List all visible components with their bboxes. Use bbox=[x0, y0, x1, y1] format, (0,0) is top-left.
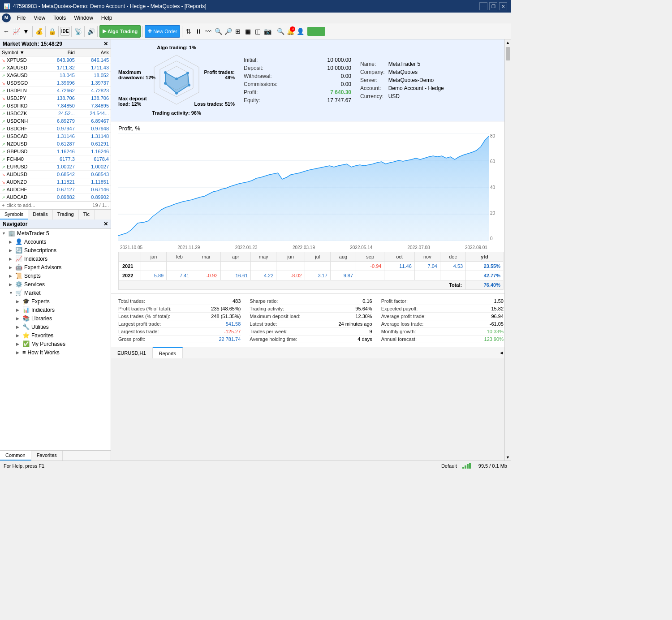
navigator-item[interactable]: ▶ 📚 Libraries bbox=[0, 314, 111, 323]
market-watch-footer[interactable]: + click to add... 19 / 1... bbox=[0, 201, 111, 209]
tab-tick[interactable]: Tic bbox=[79, 210, 95, 220]
screenshot-icon[interactable]: 📷 bbox=[263, 27, 272, 36]
nav-tab-favorites[interactable]: Favorites bbox=[31, 451, 63, 461]
ide-icon[interactable]: IDE bbox=[60, 27, 69, 36]
navigator-item[interactable]: ▶ 🎓 Experts bbox=[0, 297, 111, 306]
market-watch-row[interactable]: ↗ AUDCAD 0.89882 0.89902 bbox=[0, 194, 111, 201]
maximize-button[interactable]: ❐ bbox=[489, 2, 497, 10]
tab-trading[interactable]: Trading bbox=[53, 210, 79, 220]
market-watch-row[interactable]: ↗ XAUUSD 1711.32 1711.43 bbox=[0, 64, 111, 72]
radar-profit-trades-label: Profit trades:49% bbox=[204, 69, 235, 80]
menu-help[interactable]: Help bbox=[98, 14, 116, 22]
navigator-item[interactable]: ▶ 🔄 Subscriptions bbox=[0, 246, 111, 254]
arrow-down-icon[interactable]: ▼ bbox=[22, 27, 30, 36]
market-watch: Market Watch: 15:48:29 ✕ Symbol ▼ Bid As… bbox=[0, 39, 111, 209]
vertical-scrollbar[interactable]: ▲ ▼ bbox=[504, 39, 511, 461]
nav-tab-common[interactable]: Common bbox=[0, 451, 31, 461]
arrows-icon[interactable]: ⇅ bbox=[184, 27, 193, 36]
tab-symbols[interactable]: Symbols bbox=[0, 210, 28, 220]
window-controls[interactable]: — ❐ ✕ bbox=[479, 2, 507, 10]
chart3-icon[interactable]: ▦ bbox=[243, 27, 252, 36]
new-order-button[interactable]: ✚ New Order bbox=[145, 25, 180, 38]
market-watch-row[interactable]: ↗ USDPLN 4.72662 4.72823 bbox=[0, 87, 111, 95]
market-watch-row[interactable]: ↘ USDSGD 1.39696 1.39737 bbox=[0, 79, 111, 87]
navigator-item[interactable]: ▶ ⭐ Favorites bbox=[0, 331, 111, 340]
market-watch-row[interactable]: ↗ USDHKD 7.84850 7.84895 bbox=[0, 102, 111, 110]
market-watch-row[interactable]: ↘ AUDNZD 1.11821 1.11851 bbox=[0, 178, 111, 186]
pause-icon[interactable]: ⏸ bbox=[194, 27, 203, 36]
tab-details[interactable]: Details bbox=[28, 210, 53, 220]
account-icon[interactable]: 👤 bbox=[296, 27, 305, 36]
navigator-item[interactable]: ▶ 📊 Indicators bbox=[0, 306, 111, 314]
back-icon[interactable]: ← bbox=[2, 27, 11, 36]
market-watch-row[interactable]: ↗ USDCHF 0.97947 0.97948 bbox=[0, 125, 111, 133]
navigator-item[interactable]: ▶ 👤 Accounts bbox=[0, 237, 111, 246]
navigator-item[interactable]: ▶ ✅ My Purchases bbox=[0, 340, 111, 348]
expand-icon: ▼ bbox=[9, 291, 13, 295]
tab-eurusd[interactable]: EURUSD,H1 bbox=[111, 347, 153, 358]
zoom-in-icon[interactable]: 🔎 bbox=[224, 27, 233, 36]
notification-icon[interactable]: 🔔 3 bbox=[286, 27, 295, 36]
stats-bottom: Total trades: 483 Profit trades (% of to… bbox=[111, 294, 511, 347]
nav-item-icon: 🛒 bbox=[15, 289, 22, 296]
symbol-name: ↗ XAUUSD bbox=[0, 64, 44, 72]
navigator-item[interactable]: ▼ 🏢 MetaTrader 5 bbox=[0, 229, 111, 237]
signal2-icon[interactable]: 🔊 bbox=[86, 27, 95, 36]
market-watch-row[interactable]: ↘ AUDUSD 0.68542 0.68543 bbox=[0, 171, 111, 178]
money-icon[interactable]: 💰 bbox=[34, 27, 43, 36]
grid-icon[interactable]: ⊞ bbox=[233, 27, 242, 36]
market-watch-row[interactable]: ↗ USDCNH 6.89279 6.89467 bbox=[0, 117, 111, 125]
menu-tools[interactable]: Tools bbox=[50, 14, 69, 22]
market-watch-row[interactable]: ↗ FCHI40 6177.3 6178.4 bbox=[0, 155, 111, 163]
navigator-item[interactable]: ▶ 📜 Scripts bbox=[0, 271, 111, 280]
market-watch-row[interactable]: ↗ GBPUSD 1.16246 1.16246 bbox=[0, 148, 111, 155]
market-watch-row[interactable]: ↗ EURUSD 1.00027 1.00027 bbox=[0, 163, 111, 171]
report-area: Algo trading: 1% Maximumdrawdown: 12% Ma… bbox=[111, 39, 511, 347]
search-icon[interactable]: 🔍 bbox=[276, 27, 285, 36]
month-cell-jan bbox=[141, 262, 167, 271]
col-feb: feb bbox=[167, 252, 192, 262]
navigator-item[interactable]: ▶ 🤖 Expert Advisors bbox=[0, 263, 111, 271]
market-watch-row[interactable]: ↘ USDJPY 138.706 138.706 bbox=[0, 95, 111, 102]
market-watch-row[interactable]: ↘ XPTUSD 843.905 846.145 bbox=[0, 56, 111, 64]
stat-label: Gross profit: bbox=[118, 336, 145, 342]
market-watch-row[interactable]: ↗ USDCZK 24.52... 24.544... bbox=[0, 110, 111, 117]
navigator-item[interactable]: ▶ 🔧 Utilities bbox=[0, 323, 111, 331]
zoom-out-icon[interactable]: 🔍 bbox=[214, 27, 223, 36]
svg-rect-16 bbox=[465, 465, 466, 469]
menu-view[interactable]: View bbox=[30, 14, 49, 22]
market-watch-close[interactable]: ✕ bbox=[103, 41, 108, 47]
algo-trading-button[interactable]: ▶ Algo Trading bbox=[99, 25, 141, 38]
scroll-up-icon[interactable]: ▲ bbox=[506, 39, 510, 45]
withdrawal-value: 0.00 bbox=[284, 73, 351, 79]
lock-icon[interactable]: 🔒 bbox=[47, 27, 56, 36]
symbol-bid: 1.16246 bbox=[44, 148, 77, 155]
col-ask: Ask bbox=[77, 49, 111, 56]
market-watch-row[interactable]: ↗ XAGUSD 18.045 18.052 bbox=[0, 72, 111, 79]
signal-icon[interactable]: 📡 bbox=[73, 27, 82, 36]
navigator-close[interactable]: ✕ bbox=[103, 221, 108, 227]
month-cell-dec: 4.53 bbox=[440, 262, 465, 271]
scroll-down-icon[interactable]: ▼ bbox=[506, 455, 510, 461]
menu-file[interactable]: File bbox=[13, 14, 29, 22]
navigator-item[interactable]: ▶ 📈 Indicators bbox=[0, 254, 111, 263]
svg-point-4 bbox=[175, 78, 178, 80]
close-button[interactable]: ✕ bbox=[499, 2, 507, 10]
stat-line: Loss trades (% of total): 248 (51.35%) bbox=[118, 313, 241, 320]
chart2-icon[interactable]: 〰 bbox=[204, 27, 213, 36]
chart4-icon[interactable]: ◫ bbox=[253, 27, 262, 36]
navigator-item[interactable]: ▶ ⚙️ Services bbox=[0, 280, 111, 288]
market-watch-row[interactable]: ↗ AUDCHF 0.67127 0.67146 bbox=[0, 186, 111, 194]
tab-reports[interactable]: Reports bbox=[153, 347, 183, 358]
menu-window[interactable]: Window bbox=[70, 14, 97, 22]
navigator-item[interactable]: ▼ 🛒 Market bbox=[0, 288, 111, 297]
svg-rect-17 bbox=[467, 464, 469, 469]
symbol-bid: 1.11821 bbox=[44, 178, 77, 186]
navigator-item[interactable]: ▶ ≡ How It Works bbox=[0, 348, 111, 357]
minimize-button[interactable]: — bbox=[479, 2, 487, 10]
scroll-thumb[interactable] bbox=[506, 47, 510, 60]
market-watch-row[interactable]: ↗ NZDUSD 0.61287 0.61291 bbox=[0, 140, 111, 148]
chart-icon[interactable]: 📈 bbox=[12, 27, 21, 36]
tab-scroll-left[interactable]: ◄ bbox=[499, 350, 504, 355]
market-watch-row[interactable]: ↗ USDCAD 1.31146 1.31148 bbox=[0, 133, 111, 140]
